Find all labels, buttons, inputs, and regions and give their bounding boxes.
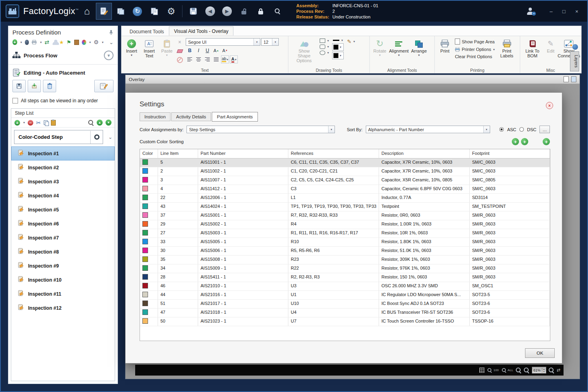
- color-swatch[interactable]: [142, 177, 148, 183]
- step-list-item[interactable]: Inspection #5: [11, 203, 115, 217]
- step-list-item[interactable]: Inspection #12: [11, 301, 115, 315]
- align-justify-button[interactable]: [212, 55, 220, 63]
- column-header-line-item[interactable]: Line Item: [158, 149, 198, 158]
- color-swatch[interactable]: [142, 256, 148, 262]
- step-list-item[interactable]: Inspection #4: [11, 189, 115, 203]
- part-row[interactable]: 28AIS15411 - 1R2, R2-R3, R3Resistor, 150…: [140, 273, 550, 282]
- color-swatch[interactable]: [142, 221, 148, 227]
- print-labels-button[interactable]: Print Labels: [497, 38, 517, 59]
- color-swatch[interactable]: [142, 186, 148, 191]
- tab-part-assignments[interactable]: Part Assignments: [212, 112, 258, 122]
- add-step-caret-icon[interactable]: ▾: [23, 121, 25, 124]
- color-swatch[interactable]: [142, 212, 148, 218]
- edit-button[interactable]: ✎ Edit: [543, 38, 558, 55]
- back-button[interactable]: ◀: [202, 3, 218, 20]
- zoom-all-button[interactable]: ALL: [501, 368, 513, 373]
- arrange-button[interactable]: Arrange▾: [410, 38, 428, 58]
- overlay-page-icon[interactable]: [564, 76, 569, 82]
- add-process-caret-icon[interactable]: ▾: [20, 41, 22, 44]
- audit-search-button[interactable]: [270, 3, 286, 20]
- settings-button[interactable]: ⚙: [163, 3, 179, 20]
- part-row[interactable]: 4AIS11412 - 1C3Capacitor, Ceramic 6.8PF …: [140, 185, 550, 194]
- dsc-radio[interactable]: [519, 127, 524, 132]
- tools-button[interactable]: ⚙: [94, 39, 99, 45]
- part-row[interactable]: 22AIS12006 - 1L1Inductor, 0.77ASD3114: [140, 194, 550, 203]
- add-color-button[interactable]: +: [543, 138, 550, 145]
- italic-button[interactable]: I: [195, 47, 203, 55]
- color-assignments-select[interactable]: Step Settings▾: [187, 126, 335, 133]
- shape-ellipse-button[interactable]: ▾: [319, 50, 330, 55]
- link-to-bom-button[interactable]: Link To BOM: [523, 38, 542, 59]
- lock-button[interactable]: [253, 3, 269, 20]
- part-row[interactable]: 47AIS21018 - 1U4IC BUS Transceiver TRI-S…: [140, 309, 550, 317]
- materials-button[interactable]: [113, 3, 129, 20]
- add-color-rule-button[interactable]: +: [521, 138, 528, 145]
- web-icon[interactable]: [25, 40, 29, 45]
- color-swatch[interactable]: [142, 230, 148, 236]
- step-list-item[interactable]: Inspection #8: [11, 245, 115, 259]
- remove-step-button[interactable]: −: [28, 120, 33, 126]
- color-swatch[interactable]: [142, 283, 148, 288]
- asc-label[interactable]: ASC: [507, 127, 516, 132]
- view-order-label[interactable]: All steps can be viewed in any order: [21, 98, 98, 104]
- part-row[interactable]: 3AIS11007 - 1C2, C5, C5, C24, C24-C25, C…: [140, 176, 550, 185]
- zoom-level-spinner[interactable]: 61% ▲▼: [532, 367, 546, 374]
- underline-button[interactable]: U: [203, 47, 211, 55]
- shrink-font-button[interactable]: A▼: [221, 47, 229, 55]
- color-swatch[interactable]: [142, 301, 148, 306]
- zoom-in-icon[interactable]: [524, 368, 529, 373]
- column-header-references[interactable]: References: [288, 149, 379, 158]
- align-center-button[interactable]: [195, 55, 203, 63]
- print-caret-icon[interactable]: ▾: [40, 41, 42, 44]
- part-row[interactable]: 30AIS15006 - 1R5, R5-R6, R6Resistor, 51.…: [140, 247, 550, 256]
- process-editor-button[interactable]: [96, 3, 112, 20]
- grid-toggle-icon[interactable]: [479, 368, 485, 373]
- palette-caret-icon[interactable]: ▾: [89, 41, 91, 44]
- layers-indicator-icon[interactable]: [572, 44, 578, 50]
- find-step-button[interactable]: [88, 120, 94, 126]
- color-swatch[interactable]: [142, 239, 148, 244]
- step-list-item[interactable]: Inspection #6: [11, 217, 115, 231]
- eraser-button[interactable]: [176, 47, 184, 55]
- process-flow-label[interactable]: Process Flow: [24, 53, 57, 59]
- part-row[interactable]: 2AIS11002 - 1C1, C20, C20-C21, C21Capaci…: [140, 167, 550, 176]
- part-row[interactable]: 46AIS21010 - 1U3OSC 26.000 MHZ 3.3V SMDS…: [140, 282, 550, 291]
- tools-caret-icon[interactable]: ▾: [102, 41, 103, 44]
- part-row[interactable]: 33AIS15005 - 1R10Resistor, 1.80K 1%, 060…: [140, 238, 550, 247]
- show-shape-options-button[interactable]: Show Shape Options: [291, 38, 317, 64]
- step-selector-chevron-icon[interactable]: ⌄: [106, 134, 115, 140]
- color-swatch[interactable]: [142, 195, 148, 200]
- step-list-item[interactable]: Inspection #10: [11, 273, 115, 287]
- asc-radio[interactable]: [499, 127, 504, 132]
- expand-process-flow-button[interactable]: ▼: [104, 51, 114, 60]
- step-history-button[interactable]: [90, 131, 103, 144]
- pan-icon[interactable]: ⇄: [557, 368, 560, 373]
- favorites-icon[interactable]: ★: [59, 40, 64, 45]
- import-button[interactable]: [28, 80, 41, 92]
- line-style-button[interactable]: ▾: [332, 38, 344, 43]
- minimize-button[interactable]: –: [545, 6, 557, 16]
- alignment-button[interactable]: Alignment▾: [388, 38, 410, 58]
- unlock-button[interactable]: [236, 3, 252, 20]
- part-row[interactable]: 29AIS15002 - 1R4Resistor, 1.00R 1%, 0603…: [140, 220, 550, 229]
- edit-step-button[interactable]: [94, 80, 114, 92]
- block-button[interactable]: [176, 56, 184, 64]
- shape-rect-button[interactable]: ▾: [319, 38, 330, 43]
- tab-instruction[interactable]: Instruction: [140, 112, 170, 121]
- clear-print-options-button[interactable]: Clear Print Options: [454, 54, 495, 59]
- step-list-item[interactable]: Inspection #1: [11, 146, 115, 160]
- tab-visual-aid-tools[interactable]: Visual Aid Tools - Overlay: [169, 26, 234, 36]
- part-row[interactable]: 34AIS15009 - 1R22Resistor, 976K 1%, 0603…: [140, 264, 550, 273]
- pin-icon[interactable]: [109, 30, 114, 35]
- maximize-button[interactable]: □: [558, 6, 570, 16]
- color-coded-step-selector[interactable]: Color-Coded Step: [14, 130, 103, 144]
- color-swatch[interactable]: [142, 203, 148, 209]
- part-row[interactable]: 5AIS11001 - 1C6, C11, C11, C35, C35, C37…: [140, 158, 550, 167]
- show-page-area-button[interactable]: Show Page Area: [454, 38, 495, 45]
- overlay-layout-icon[interactable]: [571, 76, 576, 82]
- shape-rounded-button[interactable]: ▾: [319, 44, 330, 49]
- printer-options-button[interactable]: Printer Options▾: [454, 47, 495, 52]
- view-order-checkbox[interactable]: [12, 98, 18, 104]
- print-button[interactable]: Print: [437, 38, 452, 55]
- paste-button[interactable]: Paste▾: [159, 38, 174, 58]
